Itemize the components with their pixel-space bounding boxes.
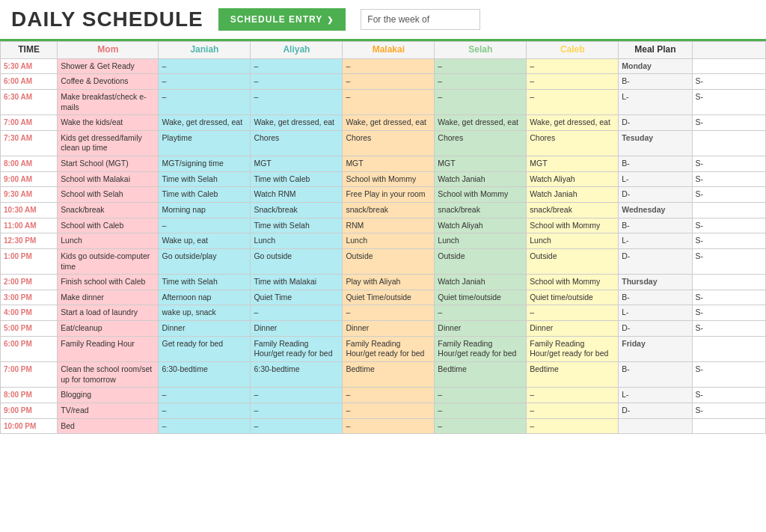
extra-cell [692,203,765,218]
janiah-cell: MGT/signing time [159,156,251,172]
time-cell: 6:00 PM [1,336,58,361]
extra-cell: S- [692,305,765,321]
page-title: DAILY SCHEDULE [11,7,203,31]
meal-cell: L- [619,305,692,321]
extra-cell: S- [692,388,765,403]
mom-cell: Shower & Get Ready [58,58,159,74]
janiah-cell: Get ready for bed [159,336,251,361]
aliyah-cell: Time with Caleb [251,171,343,187]
caleb-cell: – [527,388,619,403]
meal-cell: D- [619,248,692,274]
meal-cell: L- [619,233,692,249]
time-cell: 11:00 AM [1,218,58,233]
malakai-cell: Dinner [343,321,435,337]
header: DAILY SCHEDULE SCHEDULE ENTRY For the we… [0,0,766,41]
mom-cell: Finish school with Caleb [58,275,159,290]
col-header-aliyah: Aliyah [251,42,343,59]
caleb-cell: Chores [527,130,619,156]
table-row: 6:00 AMCoffee & Devotions–––––B-S- [1,74,766,90]
mom-cell: TV/read [58,403,159,418]
time-cell: 7:30 AM [1,130,58,156]
table-row: 4:00 PMStart a load of laundrywake up, s… [1,305,766,321]
col-header-malakai: Malakai [343,42,435,59]
malakai-cell: Lunch [343,233,435,249]
time-cell: 5:30 AM [1,58,58,74]
janiah-cell: Morning nap [159,203,251,218]
extra-cell: S- [692,89,765,114]
janiah-cell: wake up, snack [159,305,251,321]
aliyah-cell: Time with Selah [251,218,343,233]
col-header-extra [692,42,765,59]
caleb-cell: Family Reading Hour/get ready for bed [527,336,619,361]
malakai-cell: – [343,89,435,114]
caleb-cell: Watch Janiah [527,187,619,203]
selah-cell: Wake, get dressed, eat [435,115,527,131]
selah-cell: Dinner [435,321,527,337]
schedule-table-container: TIME Mom Janiah Aliyah Malakai Selah Cal… [0,41,766,434]
table-row: 7:30 AMKids get dressed/family clean up … [1,130,766,156]
extra-cell: S- [692,362,765,388]
caleb-cell: Outside [527,248,619,274]
caleb-cell: – [527,305,619,321]
extra-cell [692,58,765,74]
extra-cell [692,275,765,290]
table-row: 7:00 PMClean the school room/set up for … [1,362,766,388]
caleb-cell: School with Mommy [527,275,619,290]
schedule-entry-button[interactable]: SCHEDULE ENTRY [218,8,346,31]
col-header-caleb: Caleb [527,42,619,59]
time-cell: 8:00 PM [1,388,58,403]
janiah-cell: Time with Caleb [159,187,251,203]
table-row: 3:00 PMMake dinnerAfternoon napQuiet Tim… [1,290,766,305]
meal-cell: Monday [619,58,692,74]
selah-cell: snack/break [435,203,527,218]
aliyah-cell: – [251,418,343,434]
meal-cell: B- [619,218,692,233]
mom-cell: Eat/cleanup [58,321,159,337]
janiah-cell: Dinner [159,321,251,337]
extra-cell: S- [692,171,765,187]
malakai-cell: – [343,403,435,418]
time-cell: 12:30 PM [1,233,58,249]
time-cell: 5:00 PM [1,321,58,337]
time-cell: 9:30 AM [1,187,58,203]
mom-cell: Lunch [58,233,159,249]
col-header-selah: Selah [435,42,527,59]
mom-cell: Blogging [58,388,159,403]
extra-cell: S- [692,290,765,305]
caleb-cell: – [527,418,619,434]
meal-cell: Tesuday [619,130,692,156]
janiah-cell: – [159,89,251,114]
meal-cell: L- [619,171,692,187]
aliyah-cell: Time with Malakai [251,275,343,290]
table-row: 7:00 AMWake the kids/eatWake, get dresse… [1,115,766,131]
meal-cell: L- [619,388,692,403]
time-cell: 4:00 PM [1,305,58,321]
table-row: 6:30 AMMake breakfast/check e-mails–––––… [1,89,766,114]
time-cell: 6:30 AM [1,89,58,114]
selah-cell: – [435,58,527,74]
janiah-cell: – [159,403,251,418]
aliyah-cell: 6:30-bedtime [251,362,343,388]
extra-cell [692,336,765,361]
janiah-cell: – [159,418,251,434]
malakai-cell: Wake, get dressed, eat [343,115,435,131]
meal-cell: Thursday [619,275,692,290]
table-row: 10:00 PMBed––––– [1,418,766,434]
meal-cell: D- [619,115,692,131]
extra-cell: S- [692,321,765,337]
malakai-cell: Family Reading Hour/get ready for bed [343,336,435,361]
caleb-cell: – [527,89,619,114]
malakai-cell: – [343,74,435,90]
time-cell: 1:00 PM [1,248,58,274]
schedule-table: TIME Mom Janiah Aliyah Malakai Selah Cal… [0,41,766,434]
meal-cell: B- [619,156,692,172]
table-row: 2:00 PMFinish school with CalebTime with… [1,275,766,290]
table-row: 9:00 AMSchool with MalakaiTime with Sela… [1,171,766,187]
aliyah-cell: Wake, get dressed, eat [251,115,343,131]
selah-cell: Chores [435,130,527,156]
selah-cell: – [435,89,527,114]
mom-cell: Bed [58,418,159,434]
aliyah-cell: – [251,305,343,321]
selah-cell: – [435,403,527,418]
time-cell: 10:00 PM [1,418,58,434]
